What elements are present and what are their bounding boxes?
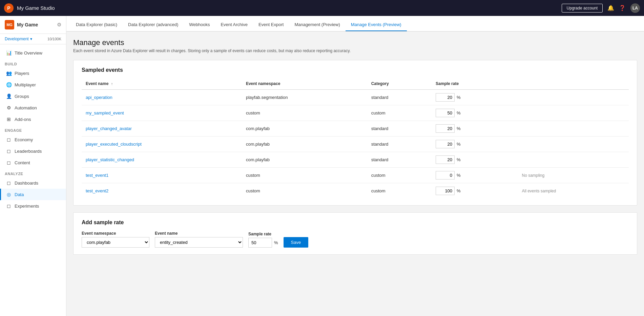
help-icon[interactable]: ❓ <box>619 5 626 11</box>
event-namespace-cell: custom <box>242 105 367 121</box>
content-area: Data Explorer (basic) Data Explorer (adv… <box>66 16 644 316</box>
rate-input[interactable] <box>436 109 455 117</box>
sidebar-item-content[interactable]: ◻ Content <box>0 157 66 168</box>
top-bar: P My Game Studio Upgrade account 🔔 ❓ LA <box>0 0 644 16</box>
user-avatar[interactable]: LA <box>630 3 640 13</box>
namespace-label: Event namespace <box>82 231 149 236</box>
percent-label: % <box>457 188 461 193</box>
event-note-cell <box>514 105 629 121</box>
sampled-events-card: Sampled events Event name ↑ Event namesp… <box>73 60 637 206</box>
sidebar-item-label: Economy <box>15 137 33 142</box>
event-rate-cell: % <box>432 90 514 105</box>
sidebar-item-dashboards[interactable]: ◻ Dashboards <box>0 177 66 189</box>
event-category-cell: custom <box>367 168 432 183</box>
event-name-cell: test_event2 <box>82 183 242 199</box>
sidebar-item-multiplayer[interactable]: 🌐 Multiplayer <box>0 79 66 90</box>
event-category-cell: standard <box>367 90 432 105</box>
event-name-cell: api_operation <box>82 90 242 105</box>
table-row: api_operation playfab.segmentation stand… <box>82 90 629 105</box>
tab-event-export[interactable]: Event Export <box>253 19 289 31</box>
tab-bar: Data Explorer (basic) Data Explorer (adv… <box>66 16 644 31</box>
event-name-cell: my_sampled_event <box>82 105 242 121</box>
tab-event-archive[interactable]: Event Archive <box>215 19 253 31</box>
sampled-events-title: Sampled events <box>82 67 629 73</box>
percent-sign: % <box>274 240 278 245</box>
note-label: No sampling <box>522 173 544 178</box>
events-table: Event name ↑ Event namespace Category Sa… <box>82 79 629 198</box>
tab-data-explorer-basic[interactable]: Data Explorer (basic) <box>70 19 123 31</box>
bell-icon[interactable]: 🔔 <box>607 5 614 11</box>
sidebar-item-label: Experiments <box>15 204 39 209</box>
sidebar-item-label: Title Overview <box>15 50 42 56</box>
tab-data-explorer-advanced[interactable]: Data Explorer (advanced) <box>123 19 184 31</box>
economy-icon: ◻ <box>6 136 12 143</box>
sort-icon[interactable]: ↑ <box>111 82 113 86</box>
event-name-link[interactable]: test_event2 <box>86 188 108 193</box>
upgrade-button[interactable]: Upgrade account <box>562 4 603 13</box>
event-name-link[interactable]: player_statistic_changed <box>86 157 134 162</box>
add-sample-form-row: Event namespace com.playfab custom playf… <box>82 231 629 248</box>
rate-input[interactable] <box>436 171 455 180</box>
sample-rate-input[interactable] <box>248 238 272 248</box>
event-rate-cell: % <box>432 121 514 136</box>
gear-icon[interactable]: ⚙ <box>57 22 61 28</box>
environment-name[interactable]: Development <box>5 37 29 41</box>
sidebar: MG My Game ⚙ Development ▾ 10/100K 📊 Tit… <box>0 16 66 316</box>
rate-input[interactable] <box>436 187 455 195</box>
namespace-select[interactable]: com.playfab custom playfab.segmentation <box>82 237 149 248</box>
event-name-link[interactable]: player_executed_cloudscript <box>86 142 142 147</box>
sidebar-item-label: Add-ons <box>15 117 31 122</box>
sidebar-item-data[interactable]: ◎ Data <box>0 189 66 200</box>
event-name-label: Event name <box>155 231 243 236</box>
event-namespace-cell: com.playfab <box>242 136 367 152</box>
rate-input[interactable] <box>436 93 455 102</box>
event-namespace-cell: com.playfab <box>242 152 367 168</box>
sidebar-item-players[interactable]: 👥 Players <box>0 67 66 79</box>
sidebar-item-automation[interactable]: ⚙ Automation <box>0 102 66 113</box>
event-name-link[interactable]: test_event1 <box>86 173 108 178</box>
sidebar-item-title-overview[interactable]: 📊 Title Overview <box>0 47 66 59</box>
sidebar-item-label: Multiplayer <box>15 82 36 87</box>
env-dropdown-icon[interactable]: ▾ <box>30 37 32 41</box>
col-note <box>514 79 629 90</box>
app-logo: MG <box>5 20 14 29</box>
event-note-cell: All events sampled <box>514 183 629 199</box>
event-name-select[interactable]: entity_created api_operation player_chan… <box>155 237 243 248</box>
namespace-field: Event namespace com.playfab custom playf… <box>82 231 149 248</box>
rate-input[interactable] <box>436 124 455 133</box>
section-label-engage: ENGAGE <box>0 125 66 134</box>
event-note-cell <box>514 136 629 152</box>
sidebar-item-label: Dashboards <box>15 181 38 186</box>
sidebar-item-experiments[interactable]: ◻ Experiments <box>0 200 66 212</box>
percent-label: % <box>457 110 461 115</box>
page-title: Manage events <box>73 38 637 47</box>
main-layout: MG My Game ⚙ Development ▾ 10/100K 📊 Tit… <box>0 16 644 316</box>
col-category: Category <box>367 79 432 90</box>
event-note-cell <box>514 121 629 136</box>
section-label-analyze: ANALYZE <box>0 168 66 177</box>
event-namespace-cell: com.playfab <box>242 121 367 136</box>
sidebar-item-economy[interactable]: ◻ Economy <box>0 134 66 145</box>
sidebar-item-leaderboards[interactable]: ◻ Leaderboards <box>0 145 66 157</box>
event-namespace-cell: custom <box>242 183 367 199</box>
tab-management-preview[interactable]: Management (Preview) <box>289 19 345 31</box>
sidebar-item-groups[interactable]: 👤 Groups <box>0 90 66 102</box>
event-name-link[interactable]: my_sampled_event <box>86 110 124 115</box>
event-name-link[interactable]: player_changed_avatar <box>86 126 132 131</box>
event-note-cell <box>514 152 629 168</box>
event-category-cell: standard <box>367 136 432 152</box>
event-namespace-cell: playfab.segmentation <box>242 90 367 105</box>
event-name-link[interactable]: api_operation <box>86 95 112 100</box>
tab-manage-events-preview[interactable]: Manage Events (Preview) <box>346 19 407 31</box>
groups-icon: 👤 <box>6 93 12 99</box>
table-row: test_event1 custom custom % No sampling <box>82 168 629 183</box>
rate-input[interactable] <box>436 140 455 148</box>
col-event-namespace: Event namespace <box>242 79 367 90</box>
rate-input[interactable] <box>436 155 455 164</box>
sidebar-item-addons[interactable]: ⊞ Add-ons <box>0 113 66 125</box>
tab-webhooks[interactable]: Webhooks <box>184 19 215 31</box>
add-sample-rate-title: Add sample rate <box>82 219 629 226</box>
save-button[interactable]: Save <box>284 237 309 248</box>
table-row: player_executed_cloudscript com.playfab … <box>82 136 629 152</box>
env-count: 10/100K <box>47 37 61 41</box>
